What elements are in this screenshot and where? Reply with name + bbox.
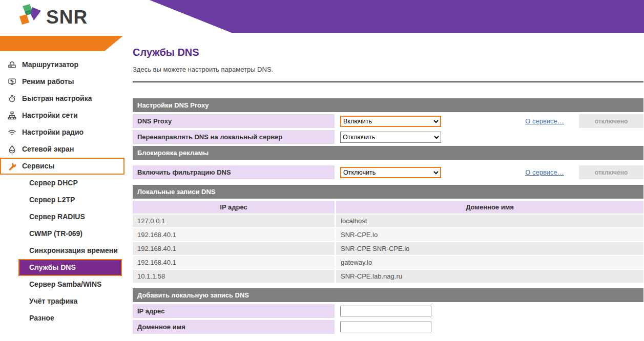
wrench-icon — [8, 162, 16, 170]
snr-logo[interactable]: SNR — [15, 4, 88, 30]
dns-redirect-label: Перенаправлять DNS на локальный сервер — [133, 130, 335, 144]
sidebar: Маршрутизатор Режим работы Быстрая настр… — [0, 36, 124, 341]
network-icon — [8, 111, 16, 120]
section-header-dns-proxy: Настройки DNS Proxy — [133, 98, 643, 112]
cell-domain: localhost — [336, 215, 643, 227]
sidebar-item-label: Настройки сети — [22, 111, 78, 120]
form-row-dns-redirect: Перенаправлять DNS на локальный сервер О… — [133, 130, 643, 144]
cell-ip: 127.0.0.1 — [133, 215, 335, 227]
sidebar-subitem-l2tp-server[interactable]: Сервер L2TP — [0, 191, 124, 208]
sidebar-subitem-radius-server[interactable]: Сервер RADIUS — [0, 208, 124, 225]
sidebar-subitem-time-sync[interactable]: Синхронизация времени — [0, 242, 124, 259]
column-header-ip: IP адрес — [133, 201, 335, 214]
header: SNR — [0, 0, 644, 36]
sidebar-subitem-traffic-accounting[interactable]: Учёт трафика — [0, 293, 124, 310]
sidebar-item-mode[interactable]: Режим работы — [0, 73, 124, 90]
dns-filter-link-cell: О сервисе… — [512, 165, 577, 179]
sidebar-item-radio[interactable]: Настройки радио — [0, 124, 124, 141]
dns-proxy-select[interactable]: Включить — [340, 116, 441, 127]
dns-proxy-field: Включить — [336, 114, 510, 128]
dns-filter-field: Отключить — [336, 165, 510, 179]
cell-ip: 10.1.1.58 — [133, 270, 335, 283]
dns-redirect-select[interactable]: Отключить — [340, 132, 441, 143]
sidebar-item-router[interactable]: Маршрутизатор — [0, 56, 124, 73]
section-header-ad-block: Блокировка рекламы — [133, 146, 643, 160]
form-row-dns-proxy: DNS Proxy Включить О сервисе… отключено — [133, 114, 643, 128]
add-ip-label: IP адрес — [133, 304, 335, 318]
form-row-add-domain: Доменное имя — [133, 320, 643, 334]
sidebar-item-label: Быстрая настройка — [22, 94, 92, 103]
sidebar-item-label: Сетевой экран — [22, 145, 74, 154]
table-row: 192.168.40.1 SNR-CPE SNR-CPE.lo — [133, 242, 643, 255]
sidebar-subitem-dns-services[interactable]: Службы DNS — [18, 259, 122, 276]
table-row: 10.1.1.58 SNR-CPE.lab.nag.ru — [133, 270, 643, 283]
dns-filter-select[interactable]: Отключить — [340, 167, 441, 178]
operation-mode-icon — [8, 77, 16, 86]
add-ip-input[interactable] — [340, 306, 431, 316]
cell-ip: 192.168.40.1 — [133, 256, 335, 269]
app: SNR Маршрутизатор Режим работы — [0, 0, 644, 341]
form-row-dns-filter: Включить фильтрацию DNS Отключить О серв… — [133, 165, 643, 179]
page-subtitle: Здесь вы можете настроить параметры DNS. — [133, 66, 643, 73]
page-title: Службы DNS — [133, 47, 643, 58]
table-row: 192.168.40.1 gateway.lo — [133, 256, 643, 269]
services-submenu: Сервер DHCP Сервер L2TP Сервер RADIUS CW… — [0, 175, 124, 327]
dns-proxy-status-badge: отключено — [579, 114, 643, 128]
sidebar-item-label: Настройки радио — [22, 128, 84, 137]
main-content: Службы DNS Здесь вы можете настроить пар… — [124, 36, 644, 341]
cell-domain: SNR-CPE.lo — [336, 228, 643, 241]
cell-domain: SNR-CPE SNR-CPE.lo — [336, 242, 643, 255]
table-row: 127.0.0.1 localhost — [133, 215, 643, 227]
sidebar-menu: Маршрутизатор Режим работы Быстрая настр… — [0, 51, 124, 327]
cell-ip: 192.168.40.1 — [133, 228, 335, 241]
about-service-link[interactable]: О сервисе… — [525, 117, 564, 125]
sidebar-subitem-samba-wins[interactable]: Сервер Samba/WINS — [0, 276, 124, 293]
stopwatch-icon — [8, 94, 16, 103]
dns-redirect-field: Отключить — [336, 130, 643, 144]
cell-domain: gateway.lo — [336, 256, 643, 269]
router-icon — [8, 60, 16, 69]
wifi-icon — [8, 128, 16, 137]
column-header-domain: Доменное имя — [336, 201, 643, 214]
sidebar-item-firewall[interactable]: Сетевой экран — [0, 141, 124, 158]
section-header-add-record: Добавить локальную запись DNS — [133, 288, 643, 302]
table-row: 192.168.40.1 SNR-CPE.lo — [133, 228, 643, 241]
table-header-row: IP адрес Доменное имя — [133, 201, 643, 214]
dns-proxy-label: DNS Proxy — [133, 114, 335, 128]
section-header-local-dns: Локальные записи DNS — [133, 185, 643, 199]
sidebar-item-label: Маршрутизатор — [22, 60, 78, 69]
local-dns-table: IP адрес Доменное имя 127.0.0.1 localhos… — [133, 201, 643, 283]
header-accent-band — [0, 0, 644, 33]
sidebar-item-services[interactable]: Сервисы — [0, 158, 124, 175]
title-divider — [133, 81, 643, 82]
sidebar-item-label: Сервисы — [22, 162, 54, 170]
cell-domain: SNR-CPE.lab.nag.ru — [336, 270, 643, 283]
snr-logo-icon — [15, 4, 42, 30]
about-service-link[interactable]: О сервисе… — [525, 168, 564, 176]
firewall-icon — [8, 145, 16, 154]
snr-logo-text: SNR — [46, 8, 88, 27]
sidebar-subitem-misc[interactable]: Разное — [0, 310, 124, 327]
cell-ip: 192.168.40.1 — [133, 242, 335, 255]
dns-filter-label: Включить фильтрацию DNS — [133, 165, 335, 179]
add-ip-field — [336, 304, 643, 318]
sidebar-item-label: Режим работы — [22, 77, 74, 86]
sidebar-subitem-dhcp-server[interactable]: Сервер DHCP — [0, 175, 124, 191]
add-domain-input[interactable] — [340, 322, 431, 332]
add-domain-field — [336, 320, 643, 334]
layout: Маршрутизатор Режим работы Быстрая настр… — [0, 36, 644, 341]
add-domain-label: Доменное имя — [133, 320, 335, 334]
sidebar-accent-ribbon — [0, 36, 123, 51]
sidebar-item-network[interactable]: Настройки сети — [0, 107, 124, 124]
form-row-add-ip: IP адрес — [133, 304, 643, 318]
dns-proxy-link-cell: О сервисе… — [512, 114, 577, 128]
dns-filter-status-badge: отключено — [579, 165, 643, 179]
sidebar-item-quick-setup[interactable]: Быстрая настройка — [0, 90, 124, 107]
sidebar-subitem-cwmp[interactable]: CWMP (TR-069) — [0, 225, 124, 242]
